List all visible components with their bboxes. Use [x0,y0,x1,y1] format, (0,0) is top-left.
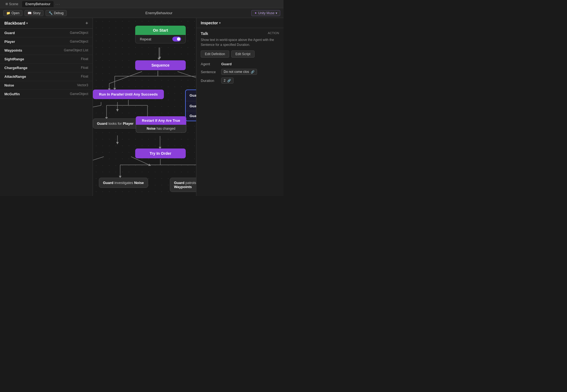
muse-icon: ✦ [254,11,257,15]
blackboard-panel: Blackboard ▾ + Guard GameObject Player G… [0,18,93,196]
toolbar: 📁 Open 📖 Story 🔧 Debug EnemyBehaviour ✦ … [0,8,284,18]
inspector-content: Talk ACTION Show text in world-space abo… [196,28,284,87]
chevron-down-icon: ▾ [276,11,277,15]
inspector-description: Show text in world-space above the Agent… [201,37,279,47]
debug-icon: 🔧 [49,11,53,15]
duration-link-icon: 🔗 [227,79,231,82]
try-in-order-node[interactable]: Try In Order [135,149,186,158]
blackboard-chevron-icon[interactable]: ▾ [26,22,28,25]
blackboard-rows: Guard GameObject Player GameObject Waypo… [0,29,93,99]
inspector-chevron-icon[interactable]: ▾ [219,21,221,25]
bb-row-waypoints: Waypoints GameObject List [0,46,93,55]
toggle-knob [177,37,180,41]
bb-row-guard: Guard GameObject [0,29,93,37]
more-tabs-icon[interactable]: ⋯ [55,1,60,7]
inspector-sentence-input[interactable]: Do not come clos 🔗 [221,69,257,75]
parallel-node[interactable]: Run In Parallel Until Any Succeeds [93,90,164,99]
try-connections [93,159,196,181]
inspector-duration-field: Duration 2 🔗 [201,78,279,84]
top-bar: ⊞ Scene EnemyBehaviour ⋯ [0,0,284,8]
unity-muse-button[interactable]: ✦ Unity Muse ▾ [251,10,280,16]
blackboard-add-button[interactable]: + [85,21,88,26]
scene-icon: ⊞ [5,2,8,6]
bb-row-noise: Noise Vector3 [0,81,93,90]
seq-connections [93,71,196,93]
bb-row-sightrange: SightRange Float [0,55,93,64]
guard-attacks-row: Guard attacks Player [186,111,196,121]
guard-says-row: Guard Says Do not come closer 🔗 [186,90,196,101]
tab-list: ⊞ Scene EnemyBehaviour ⋯ [2,1,60,7]
bb-row-mcguffin: McGuffin GameObject [0,90,93,99]
folder-icon: 📁 [6,11,10,15]
inspector-fields: Agent Guard Sentence Do not come clos 🔗 … [201,62,279,84]
guard-stands-row: Guard stands ground to Player [186,101,196,111]
on-start-node[interactable]: On Start [135,26,186,35]
toolbar-title: EnemyBehaviour [69,11,249,15]
inspector-sentence-field: Sentence Do not come clos 🔗 [201,69,279,75]
on-start-group: On Start Repeat [135,26,186,43]
inspector-buttons: Edit Definition Edit Script [201,51,279,58]
story-icon: 📖 [28,11,32,15]
guard-says-group[interactable]: Guard Says Do not come closer 🔗 Guard st… [185,90,196,121]
restart-group[interactable]: Restart If Any Are True Noise has change… [136,116,186,133]
sequence-node[interactable]: Sequence [135,60,186,70]
blackboard-title: Blackboard ▾ [4,21,28,25]
bb-row-attackrange: AttackRange Float [0,72,93,81]
canvas-nodes: On Start Repeat Sequence [93,18,196,196]
tab-scene[interactable]: ⊞ Scene [2,1,22,7]
inspector-title: Inspector ▾ [201,21,221,25]
guard-looks-node[interactable]: Guard looks for Player [93,118,139,129]
inspector-agent-field: Agent Guard [201,62,279,66]
arrow-onstart-seq [158,47,160,61]
bb-row-chargerange: ChargeRange Float [0,64,93,72]
bb-row-player: Player GameObject [0,37,93,46]
guard-patrols-node[interactable]: Guard patrols along Waypoints [170,178,196,192]
story-button[interactable]: 📖 Story [25,10,43,16]
edit-script-button[interactable]: Edit Script [231,51,255,58]
inspector-duration-input[interactable]: 2 🔗 [221,78,234,84]
inspector-panel: Inspector ▾ Talk ACTION Show text in wor… [196,18,284,196]
edit-definition-button[interactable]: Edit Definition [201,51,229,58]
blackboard-header: Blackboard ▾ + [0,18,93,29]
svg-marker-11 [158,58,160,60]
tab-enemy-behaviour[interactable]: EnemyBehaviour [22,1,54,7]
open-button[interactable]: 📁 Open [3,10,22,16]
repeat-toggle[interactable] [172,37,181,41]
inspector-action-label: Talk ACTION [201,31,279,36]
debug-button[interactable]: 🔧 Debug [46,10,66,16]
main-layout: Blackboard ▾ + Guard GameObject Player G… [0,18,284,196]
sentence-link-icon: 🔗 [251,70,255,74]
inspector-header: Inspector ▾ [196,18,284,28]
repeat-node[interactable]: Repeat [135,35,186,43]
canvas-area[interactable]: On Start Repeat Sequence [93,18,196,196]
arrow-restart-try [159,136,161,150]
guard-investigates-node[interactable]: Guard investigates Noise [99,178,148,188]
